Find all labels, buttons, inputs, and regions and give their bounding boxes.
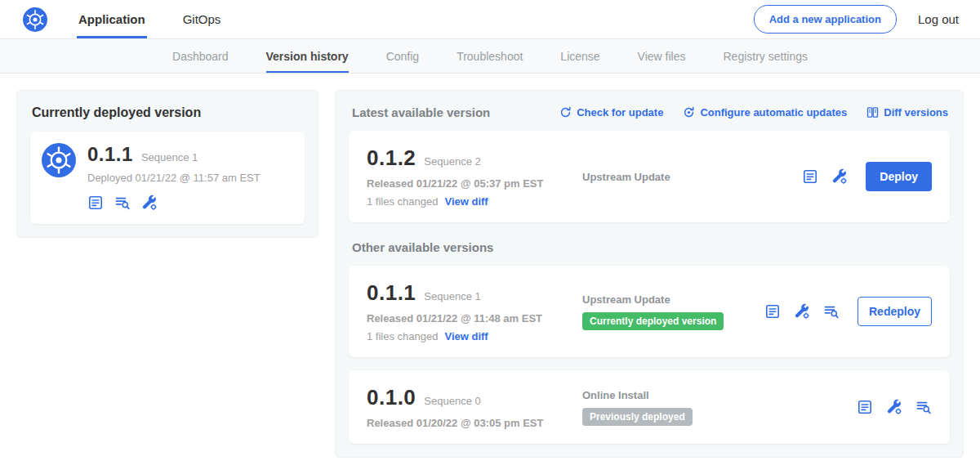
tab-gitops-label: GitOps [183, 12, 221, 26]
logout-link[interactable]: Log out [918, 12, 959, 26]
view-diff-link[interactable]: View diff [444, 330, 488, 342]
sequence-label: Sequence 0 [424, 395, 480, 407]
version-number: 0.1.0 [367, 385, 416, 410]
version-number: 0.1.1 [367, 280, 416, 306]
redeploy-button[interactable]: Redeploy [858, 297, 932, 326]
app-subnav: Dashboard Version history Config Trouble… [0, 39, 980, 74]
auto-update-icon [683, 106, 695, 119]
config-icon[interactable] [831, 168, 848, 185]
config-icon[interactable] [141, 195, 158, 211]
subnav-troubleshoot[interactable]: Troubleshoot [457, 39, 523, 73]
config-icon[interactable] [886, 399, 902, 415]
check-for-update-label: Check for update [577, 106, 663, 119]
diff-versions-label: Diff versions [884, 106, 948, 119]
deployed-version-number: 0.1.1 [87, 143, 133, 166]
preflight-icon[interactable] [87, 195, 104, 211]
subnav-version-history[interactable]: Version history [266, 39, 349, 73]
tab-application[interactable]: Application [77, 0, 147, 38]
deployed-panel-title: Currently deployed version [32, 105, 305, 120]
files-changed-label: 1 files changed [367, 195, 438, 208]
deployed-timestamp: Deployed 01/21/22 @ 11:57 am EST [87, 172, 261, 184]
configure-automatic-updates-label: Configure automatic updates [700, 106, 847, 119]
previously-deployed-badge: Previously deployed [582, 408, 693, 426]
tab-gitops[interactable]: GitOps [181, 0, 223, 38]
logs-icon[interactable] [915, 399, 932, 415]
version-card-0-1-1: 0.1.1 Sequence 1 Released 01/21/22 @ 11:… [349, 266, 950, 357]
diff-icon [866, 106, 879, 119]
released-timestamp: Released 01/20/22 @ 03:05 pm EST [367, 417, 569, 429]
subnav-license[interactable]: License [560, 39, 599, 73]
version-source-label: Online Install [582, 389, 649, 401]
tab-application-label: Application [78, 12, 145, 26]
subnav-dashboard[interactable]: Dashboard [172, 39, 229, 73]
latest-available-title: Latest available version [352, 105, 490, 119]
logs-icon[interactable] [114, 195, 131, 211]
topbar: Application GitOps Add a new application… [0, 0, 980, 39]
files-changed-label: 1 files changed [367, 330, 438, 342]
deploy-button[interactable]: Deploy [866, 162, 932, 191]
deployed-version-card: 0.1.1 Sequence 1 Deployed 01/21/22 @ 11:… [30, 132, 305, 224]
app-logo-icon [42, 143, 76, 177]
logs-icon[interactable] [823, 303, 840, 320]
version-number: 0.1.2 [367, 145, 416, 171]
available-versions-panel: Latest available version Check for updat… [335, 90, 964, 458]
view-diff-link[interactable]: View diff [444, 195, 488, 208]
configure-automatic-updates-link[interactable]: Configure automatic updates [683, 106, 847, 119]
other-versions-title: Other available versions [352, 240, 948, 254]
version-source-label: Upstream Update [582, 171, 670, 183]
top-tabs: Application GitOps [77, 0, 256, 38]
released-timestamp: Released 01/21/22 @ 05:37 pm EST [367, 177, 569, 190]
subnav-view-files[interactable]: View files [638, 39, 686, 73]
version-card-latest: 0.1.2 Sequence 2 Released 01/21/22 @ 05:… [349, 131, 950, 222]
sequence-label: Sequence 2 [424, 155, 480, 168]
subnav-registry-settings[interactable]: Registry settings [724, 39, 808, 73]
diff-versions-link[interactable]: Diff versions [866, 106, 948, 119]
deployed-sequence-label: Sequence 1 [141, 151, 198, 163]
add-application-button[interactable]: Add a new application [754, 5, 897, 34]
config-icon[interactable] [794, 303, 810, 320]
version-card-0-1-0: 0.1.0 Sequence 0 Released 01/20/22 @ 03:… [349, 370, 950, 444]
subnav-config[interactable]: Config [386, 39, 419, 73]
check-for-update-link[interactable]: Check for update [559, 106, 663, 119]
currently-deployed-panel: Currently deployed version 0.1.1 Sequenc… [16, 90, 318, 238]
main-content: Currently deployed version 0.1.1 Sequenc… [0, 74, 980, 461]
preflight-icon[interactable] [857, 399, 873, 415]
refresh-icon [559, 106, 572, 119]
released-timestamp: Released 01/21/22 @ 11:48 am EST [367, 312, 569, 324]
preflight-icon[interactable] [764, 303, 781, 320]
currently-deployed-badge: Currently deployed version [582, 312, 724, 330]
kubernetes-logo-icon[interactable] [23, 7, 47, 32]
preflight-icon[interactable] [802, 168, 818, 185]
version-source-label: Upstream Update [582, 293, 670, 306]
sequence-label: Sequence 1 [424, 290, 480, 302]
